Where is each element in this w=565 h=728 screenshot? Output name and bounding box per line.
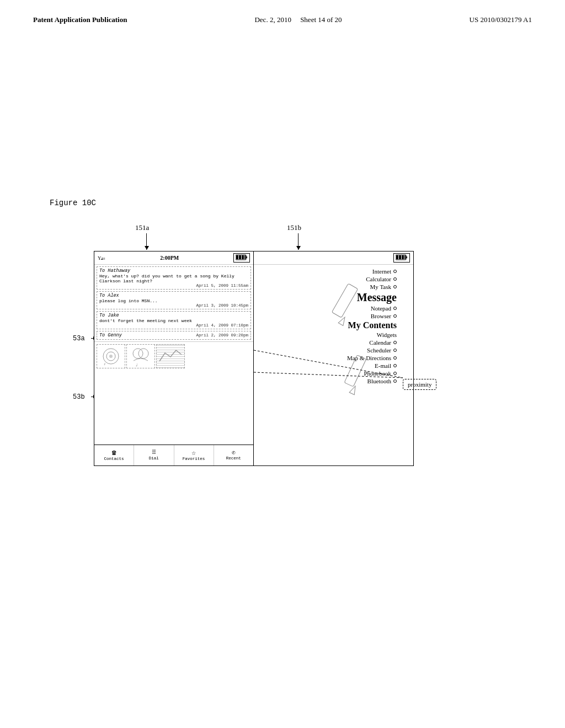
label-151a: 151a <box>135 223 149 232</box>
nav-favorites-label: Favorites <box>183 457 205 461</box>
message-recipient-4: To Genny <box>99 333 122 338</box>
message-date-3: April 4, 2009 07:10pm <box>99 323 248 328</box>
arrow-151b <box>298 233 299 250</box>
bottom-nav: ☎ Contacts ⠿ Dial ☆ Favorites ✆ Recent <box>94 445 253 465</box>
battery-icon-right <box>393 253 410 263</box>
svg-rect-15 <box>399 255 401 259</box>
message-item-4: To Genny April 2, 2009 09:20pm <box>97 331 251 340</box>
svg-text:♩: ♩ <box>136 363 137 367</box>
status-bar-left: Y₄ₗₗ 2:00PM <box>94 251 253 265</box>
media-thumbnails: ♪ ♩ <box>94 341 253 370</box>
svg-rect-5 <box>246 256 247 259</box>
signal-bars: Y₄ₗₗ <box>98 255 106 261</box>
svg-rect-19 <box>332 283 358 318</box>
label-53b: 53b <box>73 393 85 401</box>
status-bar-right <box>254 251 413 265</box>
screen-left: Y₄ₗₗ 2:00PM To Hathaway <box>94 251 254 466</box>
header-center: Dec. 2, 2010 Sheet 14 of 20 <box>254 15 342 24</box>
nav-contacts-label: Contacts <box>104 457 124 461</box>
svg-rect-18 <box>406 256 407 259</box>
figure-label: Figure 10C <box>50 199 96 207</box>
favorites-icon: ☆ <box>191 449 196 457</box>
nav-dial[interactable]: ⠿ Dial <box>134 445 174 465</box>
svg-rect-1 <box>236 255 238 259</box>
message-body-3: dont't forget the meeting next week <box>99 318 248 323</box>
svg-line-24 <box>254 372 403 378</box>
arrow-151a <box>146 233 147 250</box>
messages-area: To Hathaway Hey, what's up? did you want… <box>94 265 253 445</box>
thumbnail-3 <box>156 344 185 368</box>
label-53a: 53a <box>73 335 85 342</box>
header-right: US 2010/0302179 A1 <box>470 15 532 24</box>
nav-recent[interactable]: ✆ Recent <box>214 445 253 465</box>
message-recipient-1: To Hathaway <box>99 268 248 274</box>
message-recipient-2: To Alex <box>99 293 248 298</box>
message-item-3: To Jake dont't forget the meeting next w… <box>97 311 251 329</box>
svg-rect-16 <box>402 255 404 259</box>
nav-contacts[interactable]: ☎ Contacts <box>94 445 134 465</box>
svg-point-11 <box>138 349 148 358</box>
message-date-1: April 5, 2009 11:55am <box>99 283 248 288</box>
svg-text:♪: ♪ <box>104 362 106 366</box>
svg-rect-14 <box>396 255 398 259</box>
svg-rect-4 <box>244 255 246 259</box>
message-item-1: To Hathaway Hey, what's up? did you want… <box>97 266 251 290</box>
nav-dial-label: Dial <box>149 456 159 461</box>
header-left: Patent Application Publication <box>33 15 127 24</box>
message-date-4: April 2, 2009 09:20pm <box>196 333 248 338</box>
patent-header: Patent Application Publication Dec. 2, 2… <box>0 0 565 24</box>
thumbnail-1: ♪ <box>97 344 125 368</box>
message-body-2: please log into MSN... <box>99 298 248 303</box>
nav-favorites[interactable]: ☆ Favorites <box>174 445 214 465</box>
contacts-icon: ☎ <box>112 449 116 457</box>
svg-point-8 <box>109 355 113 358</box>
svg-rect-2 <box>239 255 241 259</box>
nav-recent-label: Recent <box>226 456 241 461</box>
thumbnail-2: ♩ <box>126 344 155 368</box>
label-151b: 151b <box>287 223 301 232</box>
message-recipient-3: To Jake <box>99 313 248 318</box>
svg-marker-20 <box>338 316 347 326</box>
message-item-2: To Alex please log into MSN... April 3, … <box>97 291 251 309</box>
svg-line-23 <box>254 350 403 378</box>
dial-icon: ⠿ <box>152 450 156 456</box>
recent-icon: ✆ <box>232 450 236 456</box>
battery-icon-left <box>233 253 250 263</box>
message-date-2: April 3, 2009 10:45pm <box>99 303 248 308</box>
svg-point-10 <box>133 349 143 358</box>
time-display: 2:00PM <box>160 255 179 261</box>
proximity-lines <box>254 345 419 411</box>
message-body-1: Hey, what's up? did you want to get a so… <box>99 274 248 283</box>
svg-rect-3 <box>242 255 244 259</box>
svg-rect-17 <box>404 255 406 259</box>
